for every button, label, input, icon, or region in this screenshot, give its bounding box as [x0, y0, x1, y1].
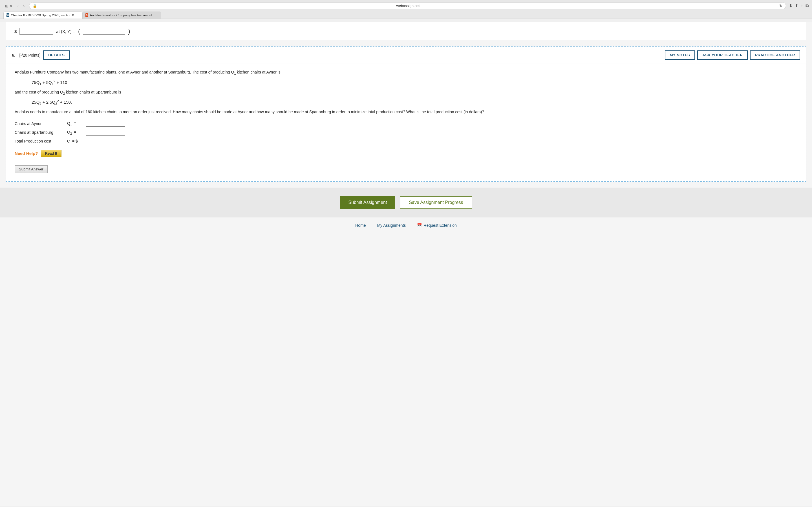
aynor-var: Q1 = [67, 121, 84, 126]
right-paren: ) [128, 27, 130, 35]
details-btn[interactable]: DETAILS [43, 50, 70, 60]
question-main-text: Andalus needs to manufacture a total of … [15, 109, 797, 115]
forward-btn[interactable]: › [22, 3, 26, 9]
spartanburg-input[interactable] [86, 129, 125, 135]
need-help: Need Help? Read It [15, 150, 797, 157]
calendar-icon: 📅 [417, 223, 422, 228]
lock-icon: 🔒 [33, 4, 37, 8]
cost-input[interactable] [86, 138, 125, 144]
url-text: webassign.net [39, 4, 777, 8]
top-section: $ at (X, Y) = ( ) [6, 22, 806, 41]
tab-webassign-label: Chapter 8 - BUS 220 Spring 2023, section… [11, 13, 78, 17]
cost-label: Total Production cost [15, 139, 65, 144]
aynor-input[interactable] [86, 121, 125, 127]
formula1: 75Q1 + 5Q12 + 110 [32, 79, 797, 86]
answer-grid: Chairs at Aynor Q1 = Chairs at Spartanbu… [15, 121, 797, 144]
new-tab-btn[interactable]: + [801, 3, 803, 8]
sidebar-toggle-btn[interactable]: ⊞ ∨ [3, 3, 14, 9]
answer-row-aynor: Chairs at Aynor Q1 = [15, 121, 797, 127]
ask-teacher-btn[interactable]: ASK YOUR TEACHER [697, 50, 748, 60]
aynor-label: Chairs at Aynor [15, 121, 65, 126]
footer: Home My Assignments 📅 Request Extension [0, 217, 812, 233]
need-help-text: Need Help? [15, 151, 38, 156]
question-6-block: 6. [-/20 Points] DETAILS MY NOTES ASK YO… [6, 47, 806, 182]
and-text: and the cost of producing Q2 kitchen cha… [15, 89, 797, 96]
xy-input[interactable] [83, 28, 125, 35]
back-btn[interactable]: ‹ [16, 3, 20, 9]
question-points: [-/20 Points] [19, 53, 41, 57]
home-link[interactable]: Home [355, 223, 366, 228]
tabs-btn[interactable]: ⧉ [806, 3, 809, 8]
submit-assignment-btn[interactable]: Submit Assignment [340, 196, 395, 209]
tab-chegg-label: Andalus Furniture Company has two manufa… [90, 13, 157, 17]
action-bar: Submit Assignment Save Assignment Progre… [0, 187, 812, 217]
question-body: Andalus Furniture Company has two manufa… [6, 63, 806, 181]
save-progress-btn[interactable]: Save Assignment Progress [400, 196, 472, 209]
request-extension-text: Request Extension [423, 223, 457, 228]
webassign-favicon: W [6, 13, 9, 17]
at-label: at (X, Y) = [56, 29, 75, 34]
spartanburg-var: Q2 = [67, 130, 84, 135]
page-content: $ at (X, Y) = ( ) 6. [-/20 Points] DETAI… [0, 22, 812, 506]
address-bar[interactable]: 🔒 webassign.net ↻ [29, 2, 786, 9]
question-number: 6. [12, 53, 15, 57]
read-it-btn[interactable]: Read It [41, 150, 61, 157]
formula2: 25Q2 + 2.5Q22 + 150. [32, 99, 797, 105]
browser-toolbar: ⊞ ∨ ‹ › 🔒 webassign.net ↻ ⬇ ⬆ + ⧉ [3, 2, 809, 9]
answer-row-spartanburg: Chairs at Spartanburg Q2 = [15, 129, 797, 135]
my-assignments-link[interactable]: My Assignments [377, 223, 406, 228]
dollar-row: $ at (X, Y) = ( ) [14, 27, 798, 35]
browser-chrome: ⊞ ∨ ‹ › 🔒 webassign.net ↻ ⬇ ⬆ + ⧉ W Chap… [0, 0, 812, 19]
header-buttons: MY NOTES ASK YOUR TEACHER PRACTICE ANOTH… [665, 50, 800, 60]
left-paren: ( [78, 27, 80, 35]
share-btn[interactable]: ⬆ [795, 3, 799, 8]
spartanburg-label: Chairs at Spartanburg [15, 130, 65, 135]
nav-buttons: ⊞ ∨ ‹ › [3, 3, 26, 9]
browser-tabs: W Chapter 8 - BUS 220 Spring 2023, secti… [3, 11, 809, 18]
tab-webassign[interactable]: W Chapter 8 - BUS 220 Spring 2023, secti… [3, 11, 82, 18]
request-extension-link[interactable]: 📅 Request Extension [417, 223, 457, 228]
download-btn[interactable]: ⬇ [789, 3, 793, 8]
question-header: 6. [-/20 Points] DETAILS MY NOTES ASK YO… [6, 47, 806, 63]
answer-row-cost: Total Production cost C = $ [15, 138, 797, 144]
problem-statement: Andalus Furniture Company has two manufa… [15, 69, 797, 76]
my-notes-btn[interactable]: MY NOTES [665, 50, 695, 60]
dollar-input[interactable] [19, 28, 53, 35]
chegg-favicon: C [86, 13, 88, 17]
practice-another-btn[interactable]: PRACTICE ANOTHER [750, 50, 800, 60]
dollar-sign: $ [14, 29, 17, 34]
submit-answer-btn[interactable]: Submit Answer [15, 165, 48, 173]
reload-icon[interactable]: ↻ [779, 4, 782, 8]
tab-chegg[interactable]: C Andalus Furniture Company has two manu… [82, 11, 161, 18]
footer-links: Home My Assignments 📅 Request Extension [6, 223, 806, 228]
cost-var: C = $ [67, 139, 84, 144]
browser-actions: ⬇ ⬆ + ⧉ [789, 3, 809, 8]
